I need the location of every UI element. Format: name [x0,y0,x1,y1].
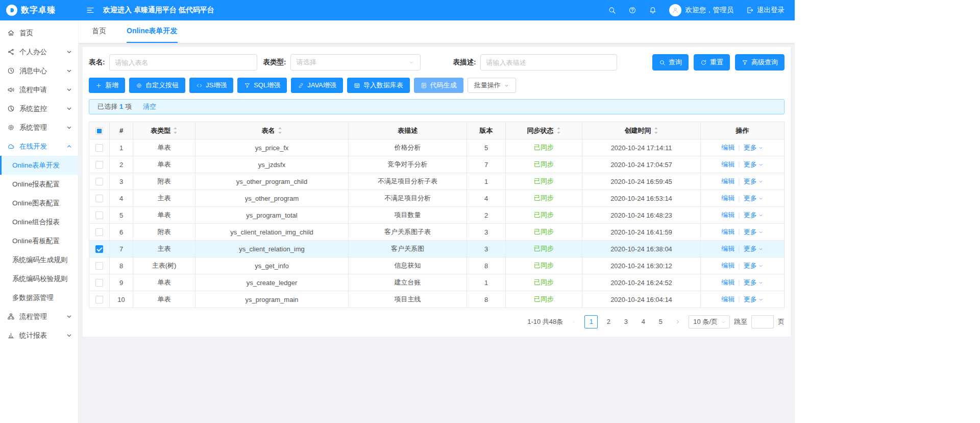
sidebar-item-8[interactable]: 统计报表 [0,326,78,345]
menu-fold-icon[interactable] [86,6,95,15]
sidebar-item-1[interactable]: 个人办公 [0,42,78,61]
sidebar-subitem-6-6[interactable]: 系统编码校验规则 [0,269,78,288]
row-checkbox[interactable] [95,212,103,219]
edit-link[interactable]: 编辑 [721,244,734,253]
more-link[interactable]: 更多 [744,244,764,253]
help-icon[interactable] [628,6,636,14]
row-checkbox[interactable] [95,262,103,270]
toolbar-button-1[interactable]: 自定义按钮 [129,78,185,93]
edit-link[interactable]: 编辑 [721,210,734,220]
chevron-down-icon [758,229,764,235]
notification-bell-icon[interactable] [649,6,657,14]
sidebar-subitem-6-3[interactable]: Online组合报表 [0,213,78,231]
more-link[interactable]: 更多 [744,194,764,203]
column-header-2[interactable]: 表名 [195,122,349,139]
table-type-select[interactable]: 请选择 [290,54,421,70]
page-button-5[interactable]: 5 [654,315,667,328]
edit-link[interactable]: 编辑 [721,143,734,152]
table-row-6: 6附表ys_client_relation_img_child客户关系图子表3已… [89,224,785,241]
sort-icon[interactable] [654,127,658,134]
toolbar-button-7[interactable]: 批量操作 [468,78,516,93]
advanced-query-button[interactable]: 高级查询 [735,54,785,70]
edit-link[interactable]: 编辑 [721,261,734,270]
edit-link[interactable]: 编辑 [721,278,734,287]
data-table: #表类型表名表描述版本同步状态创建时间操作 1单表ys_price_fx价格分析… [89,122,785,308]
chevron-down-icon [65,313,73,320]
select-all-checkbox[interactable] [95,127,103,135]
logo[interactable]: 数字卓臻 [0,5,79,16]
more-link[interactable]: 更多 [744,278,764,287]
edit-link[interactable]: 编辑 [721,227,734,237]
sidebar-item-2[interactable]: 消息中心 [0,61,78,80]
sidebar-subitem-6-7[interactable]: 多数据源管理 [0,288,78,307]
edit-link[interactable]: 编辑 [721,295,734,304]
table-desc-input[interactable] [480,54,617,70]
edit-link[interactable]: 编辑 [721,160,734,169]
page-size-select[interactable]: 10 条/页 [689,315,730,328]
column-header-6[interactable]: 创建时间 [582,122,701,139]
field-table-name: 表名: [89,54,257,70]
sort-icon[interactable] [173,127,178,134]
column-header-5[interactable]: 同步状态 [506,122,582,139]
row-checkbox[interactable] [95,245,103,253]
row-checkbox[interactable] [95,161,103,169]
header-search-icon[interactable] [608,6,616,14]
cell-version: 1 [467,173,506,190]
sidebar-subitem-6-4[interactable]: Online看板配置 [0,231,78,250]
sidebar-subitem-6-5[interactable]: 系统编码生成规则 [0,250,78,269]
more-link[interactable]: 更多 [744,295,764,304]
toolbar-button-6[interactable]: 代码生成 [414,78,463,93]
sidebar-item-5[interactable]: 系统管理 [0,118,78,137]
sidebar-subitem-6-2[interactable]: Online图表配置 [0,194,78,213]
cell-table-desc: 项目数量 [349,207,467,224]
tab-home[interactable]: 首页 [92,20,106,43]
more-link[interactable]: 更多 [744,143,764,152]
row-checkbox[interactable] [95,296,103,303]
toolbar-button-4[interactable]: JAVA增强 [291,78,343,93]
toolbar-button-2[interactable]: JS增强 [189,78,233,93]
page-button-2[interactable]: 2 [602,315,615,328]
user-menu[interactable]: 欢迎您，管理员 [669,4,734,16]
logout-button[interactable]: 退出登录 [746,6,785,15]
tab-online-form-dev[interactable]: Online表单开发 [127,20,178,43]
edit-link[interactable]: 编辑 [721,194,734,203]
more-link[interactable]: 更多 [744,261,764,270]
toolbar-button-3[interactable]: SQL增强 [237,78,287,93]
sidebar-subitem-6-1[interactable]: Online报表配置 [0,175,78,194]
more-link[interactable]: 更多 [744,177,764,186]
search-button[interactable]: 查询 [652,54,689,70]
sort-icon[interactable] [278,127,282,134]
next-page-button[interactable] [671,315,684,328]
edit-link[interactable]: 编辑 [721,177,734,186]
row-checkbox[interactable] [95,279,103,287]
sidebar-item-4[interactable]: 系统监控 [0,99,78,118]
more-link[interactable]: 更多 [744,227,764,237]
reset-button[interactable]: 重置 [694,54,730,70]
row-checkbox[interactable] [95,195,103,202]
table-row-3: 3附表ys_other_program_child不满足项目分析子表1已同步20… [89,173,785,190]
chevron-down-icon [758,145,764,151]
sidebar-item-6[interactable]: 在线开发 [0,137,78,156]
chevron-down-icon [408,59,414,65]
row-checkbox[interactable] [95,228,103,236]
table-name-input[interactable] [109,54,257,70]
prev-page-button[interactable] [567,315,580,328]
page-button-4[interactable]: 4 [636,315,650,328]
sidebar-subitem-6-0[interactable]: Online表单开发 [0,156,78,175]
row-checkbox[interactable] [95,178,103,185]
page-button-3[interactable]: 3 [619,315,632,328]
more-link[interactable]: 更多 [744,210,764,220]
toolbar-button-5[interactable]: 导入数据库表 [347,78,410,93]
page-button-1[interactable]: 1 [584,315,598,328]
sidebar-item-7[interactable]: 流程管理 [0,307,78,326]
sort-icon[interactable] [556,127,561,134]
toolbar-button-0[interactable]: 新增 [89,78,125,93]
sidebar-item-3[interactable]: 流程申请 [0,80,78,99]
clear-selection-link[interactable]: 清空 [143,102,156,111]
column-header-1[interactable]: 表类型 [133,122,195,139]
row-checkbox[interactable] [95,144,103,152]
cell-table-name: ys_client_relation_img [195,241,349,257]
sidebar-item-0[interactable]: 首页 [0,24,78,42]
more-link[interactable]: 更多 [744,160,764,169]
jump-page-input[interactable] [751,315,774,328]
